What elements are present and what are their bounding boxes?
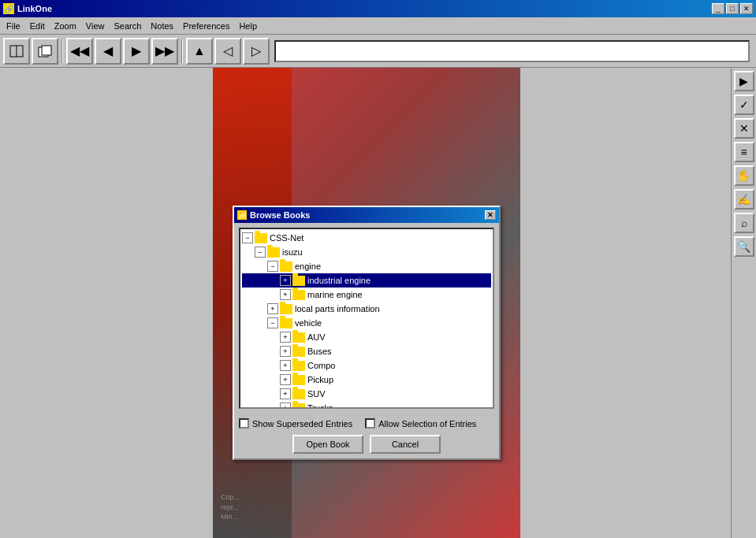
menu-preferences[interactable]: Preferences — [178, 17, 234, 34]
expander-marine-engine[interactable]: + — [280, 289, 291, 300]
allow-selection-label: Allow Selection of Entries — [378, 419, 476, 429]
expander-isuzu[interactable]: − — [255, 247, 266, 258]
tree-item-marine-engine[interactable]: + marine engine — [242, 288, 491, 302]
toolbar-prev-prev-btn[interactable]: ◀◀ — [66, 38, 93, 65]
folder-icon-marine-engine — [292, 290, 305, 300]
folder-icon-auv — [292, 332, 305, 343]
right-sidebar: ▶ ✓ ✕ ≡ ✋ ✍ ⌕ 🔍 — [731, 68, 756, 538]
tree-item-isuzu[interactable]: − isuzu — [242, 245, 491, 259]
label-trucks: Trucks — [307, 403, 333, 409]
menu-notes[interactable]: Notes — [146, 17, 178, 34]
toolbar-forward-btn[interactable]: ▷ — [243, 38, 270, 65]
app-title: LinkOne — [17, 4, 52, 13]
label-marine-engine: marine engine — [307, 290, 363, 299]
label-compo: Compo — [307, 361, 335, 370]
tree-item-vehicle[interactable]: − vehicle — [242, 316, 491, 330]
allow-selection-checkbox[interactable] — [365, 418, 375, 429]
label-suv: SUV — [307, 389, 326, 399]
label-vehicle: vehicle — [295, 318, 322, 328]
app-icon: 🔗 — [3, 3, 14, 14]
folder-icon-suv — [292, 389, 305, 399]
menu-view[interactable]: View — [81, 17, 110, 34]
tree-item-css-net[interactable]: − CSS-Net — [242, 231, 491, 245]
sidebar-x-btn[interactable]: ✕ — [734, 118, 754, 139]
folder-icon-pickup — [292, 375, 305, 385]
expander-auv[interactable]: + — [280, 332, 291, 343]
toolbar-search-input[interactable] — [274, 40, 750, 62]
expander-vehicle[interactable]: − — [267, 317, 278, 328]
maximize-button[interactable]: □ — [726, 3, 739, 14]
expander-css-net[interactable]: − — [242, 232, 253, 243]
title-bar: 🔗 LinkOne _ □ ✕ — [0, 0, 756, 17]
toolbar-prev-btn[interactable]: ◀ — [95, 38, 121, 65]
folder-icon-buses — [292, 347, 305, 357]
sidebar-zoom-btn[interactable]: 🔍 — [734, 236, 754, 257]
expander-industrial-engine[interactable]: + — [280, 275, 291, 286]
close-button[interactable]: ✕ — [740, 3, 753, 14]
dialog-content: − CSS-Net − isuzu − — [234, 223, 499, 414]
folder-icon-css-net — [255, 233, 267, 243]
toolbar-sep-1 — [61, 39, 63, 63]
menu-help[interactable]: Help — [234, 17, 262, 34]
folder-icon-vehicle — [280, 318, 292, 328]
dialog-bottom: Show Superseded Entries Allow Selection … — [234, 414, 499, 458]
folder-icon-compo — [292, 361, 305, 371]
sidebar-hand-btn[interactable]: ✋ — [734, 165, 754, 186]
expander-suv[interactable]: + — [280, 388, 291, 399]
dialog-title-bar: 📁 Browse Books ✕ — [234, 207, 499, 223]
toolbar-next-next-btn[interactable]: ▶▶ — [151, 38, 178, 65]
dialog-close-button[interactable]: ✕ — [485, 210, 496, 220]
toolbar-up-btn[interactable]: ▲ — [186, 38, 213, 65]
sidebar-list-btn[interactable]: ≡ — [734, 142, 754, 162]
toolbar-copy-btn[interactable] — [32, 38, 58, 65]
menu-zoom[interactable]: Zoom — [50, 17, 81, 34]
tree-item-industrial-engine[interactable]: + industrial engine — [242, 273, 491, 288]
tree-item-buses[interactable]: + Buses — [242, 344, 491, 358]
allow-selection-checkbox-item[interactable]: Allow Selection of Entries — [365, 418, 476, 429]
tree-item-pickup[interactable]: + Pickup — [242, 373, 491, 387]
folder-icon-local-parts — [280, 304, 292, 314]
toolbar-book-btn[interactable] — [3, 38, 30, 65]
label-css-net: CSS-Net — [270, 233, 304, 243]
expander-local-parts[interactable]: + — [267, 303, 278, 314]
expander-buses[interactable]: + — [280, 346, 291, 357]
menu-edit[interactable]: Edit — [25, 17, 50, 34]
expander-trucks[interactable]: + — [280, 403, 291, 409]
label-local-parts: local parts information — [295, 304, 380, 314]
main-area: m Cop...repr...Min... 📁 Browse Books ✕ — [0, 68, 756, 538]
show-superseded-checkbox[interactable] — [239, 418, 249, 429]
folder-icon-trucks — [292, 403, 305, 410]
folder-icon-engine — [280, 262, 292, 272]
tree-container[interactable]: − CSS-Net − isuzu − — [239, 228, 494, 409]
tree-item-local-parts[interactable]: + local parts information — [242, 302, 491, 316]
label-pickup: Pickup — [307, 375, 333, 384]
sidebar-search-btn[interactable]: ⌕ — [734, 213, 754, 233]
tree-item-auv[interactable]: + AUV — [242, 330, 491, 344]
menu-search[interactable]: Search — [109, 17, 146, 34]
folder-icon-industrial-engine — [292, 276, 305, 286]
sidebar-play-btn[interactable]: ▶ — [734, 71, 754, 91]
show-superseded-checkbox-item[interactable]: Show Superseded Entries — [239, 418, 352, 429]
label-auv: AUV — [307, 332, 326, 342]
expander-pickup[interactable]: + — [280, 374, 291, 385]
minimize-button[interactable]: _ — [712, 3, 724, 14]
sidebar-check-btn[interactable]: ✓ — [734, 95, 754, 115]
toolbar-back-btn[interactable]: ◁ — [214, 38, 241, 65]
expander-engine[interactable]: − — [267, 261, 278, 272]
menu-file[interactable]: File — [2, 17, 25, 34]
open-book-button[interactable]: Open Book — [292, 435, 363, 454]
expander-compo[interactable]: + — [280, 360, 291, 371]
label-isuzu: isuzu — [282, 247, 303, 257]
tree-item-trucks[interactable]: + Trucks — [242, 401, 491, 409]
tree-item-compo[interactable]: + Compo — [242, 358, 491, 373]
toolbar-next-btn[interactable]: ▶ — [123, 38, 150, 65]
tree-item-suv[interactable]: + SUV — [242, 387, 491, 401]
tree-item-engine[interactable]: − engine — [242, 259, 491, 273]
cancel-button[interactable]: Cancel — [370, 435, 441, 454]
label-engine: engine — [295, 262, 321, 271]
sidebar-pen-btn[interactable]: ✍ — [734, 189, 754, 210]
checkboxes-row: Show Superseded Entries Allow Selection … — [239, 418, 494, 429]
show-superseded-label: Show Superseded Entries — [252, 419, 352, 429]
dialog-title: Browse Books — [250, 210, 310, 220]
label-industrial-engine: industrial engine — [307, 276, 371, 285]
